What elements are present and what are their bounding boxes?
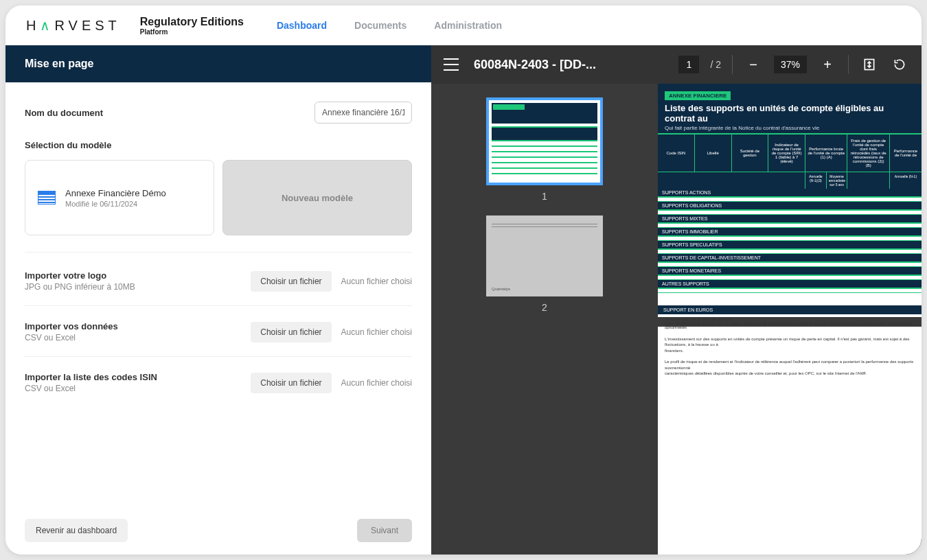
main-nav: Dashboard Documents Administration [277, 20, 502, 31]
nav-administration[interactable]: Administration [434, 20, 502, 31]
col-perf-brute: Performance brute de l'unité de compte (… [805, 135, 847, 172]
thumbnail-2[interactable]: Quantalys 2 [486, 215, 603, 313]
template-icon [38, 191, 56, 205]
euro-section: SUPPORT EN EUROS [658, 305, 922, 314]
table-section: SUPPORTS ACTIONS [658, 189, 922, 198]
euro-body: Taux servi en net de frais de gestion : … [658, 314, 922, 332]
thumb-1-number: 1 [486, 191, 603, 202]
import-isin-row: Importer la liste des codes ISIN CSV ou … [25, 368, 412, 407]
divider [25, 252, 412, 253]
table-section: SUPPORTS SPECULATIFS [658, 241, 922, 250]
doc-name-row: Nom du document [25, 102, 412, 124]
zoom-in-button[interactable]: + [818, 55, 837, 74]
brand-logo: H∧RVEST [26, 17, 121, 34]
import-logo-title: Importer votre logo [25, 270, 251, 281]
top-bar: H∧RVEST Regulatory Editions Platform Das… [5, 5, 922, 45]
col-perf: Performance de l'unité de [890, 135, 922, 172]
col-libelle: Libellé [695, 135, 732, 172]
toolbar-divider2 [848, 55, 849, 74]
table-section: SUPPORTS IMMOBILIER [658, 228, 922, 237]
pdf-toolbar: 60084N-2403 - [DD-... / 2 − 37% + [431, 45, 922, 84]
template-label: Sélection du modèle [25, 140, 412, 150]
nav-dashboard[interactable]: Dashboard [277, 20, 327, 31]
thumbnail-1[interactable]: 1 [486, 97, 603, 202]
template-card-new[interactable]: Nouveau modèle [222, 160, 412, 235]
template-card-title: Annexe Financière Démo [65, 188, 166, 198]
footer: Revenir au dashboard Suivant [5, 506, 431, 555]
zoom-level[interactable]: 37% [774, 56, 807, 73]
back-button[interactable]: Revenir au dashboard [25, 519, 128, 542]
pdf-doc-title: Liste des supports en unités de compte é… [665, 103, 915, 124]
pdf-body: 1 Quantalys 2 ANNEXE FINANCIERE [431, 84, 922, 555]
import-data-title: Importer vos données [25, 321, 251, 331]
choose-file-data-button[interactable]: Choisir un fichier [251, 322, 331, 342]
table-section: SUPPORTS MIXTES [658, 215, 922, 224]
template-new-label: Nouveau modèle [282, 193, 353, 203]
product-line2: Platform [140, 28, 244, 36]
pdf-table-header: Code ISIN Libellé Société de gestion Ind… [658, 135, 922, 172]
template-card-sub: Modifié le 06/11/2024 [65, 200, 166, 208]
product-label: Regulatory Editions Platform [140, 16, 244, 36]
page-total: / 2 [710, 59, 721, 70]
import-logo-sub: JPG ou PNG inférieur à 10MB [25, 282, 251, 292]
import-data-sub: CSV ou Excel [25, 333, 251, 342]
left-panel: Mise en page Nom du document Sélection d… [5, 45, 431, 555]
content: Mise en page Nom du document Sélection d… [5, 45, 922, 555]
table-section: AUTRES SUPPORTS [658, 280, 922, 289]
col-frais: Frais de gestion de l'unité de compte do… [847, 135, 889, 172]
subcol-0: Annuelle (N-1)(3) [805, 172, 827, 189]
table-section: SUPPORTS OBLIGATIONS [658, 202, 922, 211]
table-section: SUPPORTS MONETAIRES [658, 267, 922, 276]
thumb-2-number: 2 [486, 302, 603, 313]
file-status-isin: Aucun fichier choisi [341, 378, 412, 388]
import-isin-sub: CSV ou Excel [25, 384, 251, 393]
subcol-1: Moyenne annualisée sur 5 ans [827, 172, 848, 189]
p2-line1: L'investissement sur des supports en uni… [665, 336, 915, 348]
nav-documents[interactable]: Documents [354, 20, 407, 31]
pdf-preview-panel: 60084N-2403 - [DD-... / 2 − 37% + [431, 45, 922, 555]
import-logo-row: Importer votre logo JPG ou PNG inférieur… [25, 266, 412, 306]
col-risque: Indicateur de risque de l'unité de compt… [768, 135, 805, 172]
template-row: Annexe Financière Démo Modifié le 06/11/… [25, 160, 412, 235]
doc-name-label: Nom du document [25, 108, 314, 118]
import-isin-title: Importer la liste des codes ISIN [25, 372, 251, 382]
col-isin: Code ISIN [658, 135, 695, 172]
euro-line2: (taux net de frais de gestion sur ce sup… [665, 321, 915, 329]
preview-page-1: ANNEXE FINANCIERE Liste des supports en … [658, 84, 922, 317]
next-button[interactable]: Suivant [357, 519, 412, 542]
pdf-filename: 60084N-2403 - [DD-... [474, 58, 596, 72]
toolbar-divider [732, 55, 733, 74]
import-data-row: Importer vos données CSV ou Excel Choisi… [25, 317, 412, 357]
template-card-demo[interactable]: Annexe Financière Démo Modifié le 06/11/… [25, 160, 214, 235]
annex-badge: ANNEXE FINANCIERE [665, 91, 731, 100]
product-line1: Regulatory Editions [140, 16, 244, 28]
template-text: Annexe Financière Démo Modifié le 06/11/… [65, 188, 166, 208]
preview-page-2: L'investissement sur des supports en uni… [658, 327, 922, 555]
col-societe: Société de gestion [732, 135, 769, 172]
rotate-icon[interactable] [890, 55, 909, 74]
preview-area[interactable]: ANNEXE FINANCIERE Liste des supports en … [658, 84, 922, 555]
form-body: Nom du document Sélection du modèle Anne… [5, 82, 431, 506]
app-window: H∧RVEST Regulatory Editions Platform Das… [5, 5, 922, 555]
p2-line4: caractéristiques détaillées disponibles … [665, 371, 915, 376]
table-section: SUPPORTS DE CAPITAL-INVESTISSEMENT [658, 254, 922, 263]
pdf-doc-subtitle: Qui fait partie intégrante de la Notice … [665, 125, 915, 131]
page-input[interactable] [678, 56, 699, 73]
p2-line2: financiers. [665, 348, 915, 353]
fit-page-icon[interactable] [860, 55, 879, 74]
file-status-data: Aucun fichier choisi [341, 327, 412, 337]
choose-file-logo-button[interactable]: Choisir un fichier [251, 271, 331, 292]
p2-line3: Le profil de risque et de rendement et l… [665, 359, 915, 371]
thumbnail-panel[interactable]: 1 Quantalys 2 [431, 84, 658, 555]
subcol-3: Annuelle (N-1) [890, 172, 922, 189]
file-status-logo: Aucun fichier choisi [341, 277, 412, 286]
doc-name-input[interactable] [314, 102, 412, 124]
page-title: Mise en page [5, 45, 431, 82]
menu-icon[interactable] [444, 58, 459, 71]
zoom-out-button[interactable]: − [744, 55, 763, 74]
choose-file-isin-button[interactable]: Choisir un fichier [251, 373, 331, 393]
pdf-table: Code ISIN Libellé Société de gestion Ind… [658, 133, 922, 332]
